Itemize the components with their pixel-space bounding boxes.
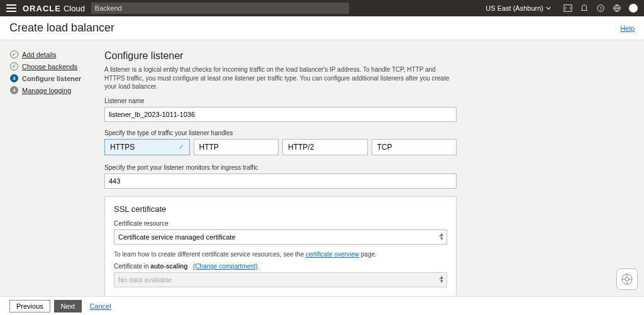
step-number-icon: 4	[10, 86, 18, 94]
previous-button[interactable]: Previous	[9, 300, 50, 312]
port-label: Specify the port your listener monitors …	[104, 164, 457, 171]
brand: ORACLE Cloud	[23, 4, 85, 13]
top-bar: ORACLE Cloud US East (Ashburn) ?	[0, 0, 644, 16]
menu-icon[interactable]	[6, 4, 16, 12]
step-add-details[interactable]: ✓ Add details	[10, 50, 92, 58]
bell-icon[interactable]	[580, 4, 589, 13]
svg-text:?: ?	[599, 6, 602, 11]
region-selector[interactable]: US East (Ashburn)	[486, 4, 551, 12]
accessibility-widget[interactable]	[616, 268, 638, 290]
page-title: Create load balancer	[9, 21, 114, 35]
wizard-steps: ✓ Add details ✓ Choose backends 3 Config…	[10, 50, 92, 315]
cert-learn-hint: To learn how to create different certifi…	[114, 251, 447, 258]
compartment-cert-select[interactable]: No data available	[114, 272, 447, 287]
check-icon: ✓	[10, 50, 18, 58]
step-label: Configure listener	[22, 75, 81, 82]
main-panel: Configure listener A listener is a logic…	[104, 50, 457, 315]
change-compartment-link[interactable]: (Change compartment)	[193, 263, 258, 270]
step-choose-backends[interactable]: ✓ Choose backends	[10, 62, 92, 70]
lifebuoy-icon	[621, 273, 633, 285]
devtools-icon[interactable]	[564, 4, 572, 13]
help-icon[interactable]: ?	[596, 4, 605, 13]
traffic-type-label: Specify the type of traffic your listene…	[104, 130, 457, 136]
region-label: US East (Ashburn)	[486, 4, 543, 12]
cert-resource-select[interactable]: Certificate service managed certificate	[114, 229, 447, 245]
step-manage-logging[interactable]: 4 Manage logging	[10, 86, 92, 94]
traffic-http-button[interactable]: HTTP	[194, 139, 279, 155]
section-description: A listener is a logical entity that chec…	[104, 65, 457, 91]
top-icons: ?	[564, 4, 638, 13]
search-input[interactable]	[91, 3, 349, 14]
wizard-footer: Previous Next Cancel	[0, 296, 644, 315]
compartment-row: Certificate in auto-scaling (Change comp…	[114, 263, 447, 270]
step-label[interactable]: Choose backends	[22, 63, 77, 70]
step-label[interactable]: Add details	[22, 51, 56, 58]
step-configure-listener: 3 Configure listener	[10, 74, 92, 82]
traffic-http2-button[interactable]: HTTP/2	[282, 139, 368, 155]
listener-name-input[interactable]	[104, 107, 457, 122]
page-header: Create load balancer Help	[0, 16, 644, 40]
traffic-type-group: HTTPS HTTP HTTP/2 TCP	[104, 139, 457, 155]
listener-name-label: Listener name	[104, 97, 457, 104]
traffic-tcp-button[interactable]: TCP	[372, 139, 457, 155]
ssl-title: SSL certificate	[114, 204, 447, 214]
help-link[interactable]: Help	[620, 25, 635, 32]
globe-icon[interactable]	[613, 4, 621, 13]
step-label[interactable]: Manage logging	[22, 87, 71, 94]
check-icon: ✓	[10, 62, 18, 70]
chevron-down-icon	[546, 6, 551, 11]
svg-point-5	[625, 277, 629, 281]
cert-resource-label: Certificate resource	[114, 220, 447, 227]
updown-icon: ▴▾	[440, 275, 443, 284]
brand-cloud: Cloud	[64, 4, 85, 13]
cert-overview-link[interactable]: certificate overview	[306, 251, 359, 258]
compartment-name: auto-scaling	[150, 263, 187, 270]
brand-oracle: ORACLE	[23, 4, 61, 13]
section-heading: Configure listener	[104, 50, 457, 62]
next-button[interactable]: Next	[54, 300, 82, 312]
step-number-icon: 3	[10, 74, 18, 82]
updown-icon: ▴▾	[440, 232, 443, 241]
avatar-icon[interactable]	[629, 4, 638, 13]
traffic-https-button[interactable]: HTTPS	[104, 139, 190, 155]
ssl-certificate-box: SSL certificate Certificate resource Cer…	[104, 196, 457, 302]
cancel-link[interactable]: Cancel	[89, 302, 111, 310]
port-input[interactable]	[104, 174, 457, 189]
